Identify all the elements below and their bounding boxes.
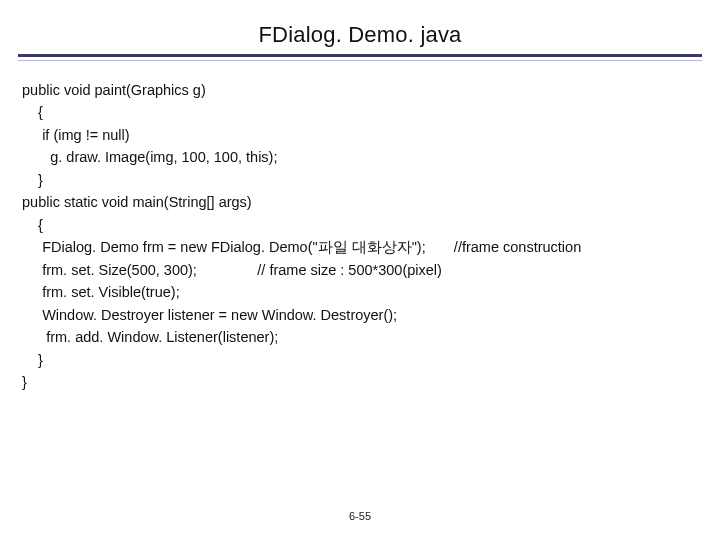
page-number: 6-55 [0,510,720,522]
title-area: FDialog. Demo. java [0,0,720,48]
code-listing: public void paint(Graphics g) { if (img … [22,79,698,394]
slide-title: FDialog. Demo. java [258,22,461,48]
title-underline [18,54,702,61]
slide: FDialog. Demo. java public void paint(Gr… [0,0,720,540]
